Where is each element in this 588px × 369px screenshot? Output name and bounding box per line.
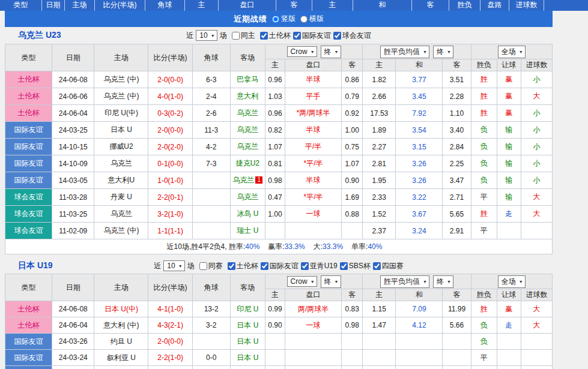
competition-checkbox[interactable]	[260, 32, 268, 40]
match-row: 国际友谊24-03-24叙利亚 U2-2(1-0)0-0日本 U平	[5, 350, 553, 366]
win-odds-away-cell: 2.91	[443, 223, 471, 239]
date-cell: 11-03-25	[52, 206, 94, 223]
goals-cell: 小	[521, 139, 552, 155]
vertical-layout-option[interactable]: 竖版	[272, 14, 296, 24]
competition-checkbox[interactable]	[228, 262, 235, 270]
win-odds-home-cell: 1.89	[363, 122, 396, 139]
win-odds-home-cell	[363, 334, 396, 350]
chevron-down-icon: ▼	[519, 50, 523, 54]
same-checkbox[interactable]	[232, 32, 240, 40]
date-cell: 11-02-09	[52, 223, 94, 239]
vertical-radio[interactable]	[272, 16, 279, 23]
score-cell: 0-3(0-2)	[148, 105, 192, 122]
score-cell: 2-2(1-0)	[148, 350, 192, 366]
odds-away-cell	[342, 366, 363, 369]
handicap-result-cell: 输	[497, 122, 521, 139]
fullmatch-select[interactable]: 全场▼	[498, 46, 526, 58]
win-mean-select[interactable]: 胜平负均值▼	[380, 46, 429, 58]
win-odds-home-cell: 1.95	[363, 172, 396, 189]
date-cell: 14-10-09	[52, 155, 94, 172]
competition-checkbox[interactable]	[261, 262, 268, 270]
corner-cell: 7-3	[192, 155, 230, 172]
win-odds-away-cell: 1.10	[443, 105, 471, 122]
match-row: 国际友谊14-10-15挪威U22-0(2-0)4-2乌克兰1.07平/半0.7…	[5, 139, 553, 155]
team-title-link[interactable]: 日本 U19	[18, 260, 53, 271]
competition-checkbox[interactable]	[333, 32, 341, 40]
match-count-select[interactable]: 10▼	[196, 30, 217, 41]
result-cell: 负	[471, 172, 497, 189]
date-cell: 14-10-15	[52, 139, 94, 155]
bookmaker-select[interactable]: Crow▼	[287, 46, 317, 57]
competition-filter[interactable]: 四国赛	[373, 261, 404, 271]
win-final-select[interactable]: 终▼	[433, 46, 453, 58]
goals-cell: 小	[521, 71, 552, 88]
bookmaker-final-select[interactable]: 终▼	[321, 275, 341, 288]
home-team-cell: 叙利亚 U	[94, 350, 148, 366]
win-odds-away-cell: 2.28	[443, 88, 471, 105]
chevron-down-icon: ▼	[311, 280, 315, 284]
competition-filter[interactable]: 土伦杯	[228, 261, 258, 271]
competition-filter[interactable]: 亚青U19	[301, 261, 338, 271]
bookmaker-select[interactable]: Crow▼	[287, 276, 317, 287]
competition-checkbox[interactable]	[340, 262, 348, 270]
win-odds-home-cell: 2.27	[363, 139, 396, 155]
competition-checkbox[interactable]	[373, 262, 381, 270]
away-team-cell: 乌克兰	[230, 189, 265, 206]
competition-filter[interactable]: SBS杯	[340, 261, 371, 271]
odds-home-cell: 0.98	[265, 172, 285, 189]
same-filter[interactable]: 同赛	[199, 261, 223, 271]
near-label: 近	[154, 261, 161, 271]
fullmatch-select[interactable]: 全场▼	[498, 275, 526, 288]
home-team-cell: 日本 U(中)	[94, 301, 148, 317]
bookmaker-final-select[interactable]: 终▼	[321, 46, 341, 58]
competition-checkbox[interactable]	[301, 262, 309, 270]
score-cell: 4-1(1-0)	[148, 301, 192, 317]
result-cell: 负	[471, 334, 497, 350]
subcol-win-away: 客	[443, 289, 471, 301]
result-cell: 胜	[471, 206, 497, 223]
win-mean-select[interactable]: 胜平负均值▼	[380, 275, 429, 288]
competition-filter[interactable]: 国际友谊	[293, 31, 331, 41]
corner-cell: 0-0	[192, 350, 230, 366]
goals-cell: 大	[521, 301, 552, 317]
draw-odds-cell: 7.09	[396, 301, 443, 317]
away-team-cell: 日本 U	[230, 334, 265, 350]
win-odds-away-cell: 5.66	[443, 317, 471, 334]
same-filter[interactable]: 同主	[232, 31, 255, 41]
score-cell: 2-0(2-0)	[148, 139, 192, 155]
match-count-select[interactable]: 10▼	[163, 260, 184, 271]
team-title-link[interactable]: 乌克兰 U23	[18, 30, 61, 41]
horizontal-radio[interactable]	[300, 16, 308, 23]
odds-home-cell: 0.96	[265, 105, 285, 122]
handicap-cell	[285, 334, 341, 350]
match-row: 国际友谊14-03-05意大利U1-0(1-0)乌克兰10.98半球0.901.…	[5, 172, 553, 189]
column-label: 角球	[145, 0, 185, 11]
summary-value: 33.3%	[323, 242, 343, 251]
competition-checkbox[interactable]	[293, 32, 301, 40]
same-checkbox[interactable]	[199, 262, 207, 270]
competition-filter[interactable]: 球会友谊	[333, 31, 371, 41]
subcol-win-home: 主	[363, 289, 396, 301]
column-label: 客	[276, 0, 312, 11]
home-team-cell	[94, 366, 148, 369]
match-type-cell: 国际友谊	[5, 350, 52, 366]
horizontal-layout-option[interactable]: 横版	[300, 14, 324, 24]
horizontal-label: 横版	[309, 14, 324, 24]
competition-filter[interactable]: 土伦杯	[260, 31, 291, 41]
section-ukraine-u23: 乌克兰 U23 近 10▼ 场 同主 土伦杯国际友谊球会友谊 类型 日期 主场 …	[5, 27, 553, 254]
result-cell: 平	[471, 189, 497, 206]
handicap-cell: 一球	[285, 317, 341, 334]
score-cell: 2-2(0-1)	[148, 189, 192, 206]
home-team-cell: 乌克兰	[94, 206, 148, 223]
column-label: 胜负	[449, 0, 480, 11]
handicap-cell: 平手	[285, 88, 341, 105]
win-final-select[interactable]: 终▼	[433, 275, 453, 288]
score-cell: 3-2(1-0)	[148, 206, 192, 223]
recent-matches-table: 类型 日期 主场 比分(半场) 角球 客场 Crow▼ 终▼ 胜平负均值▼ 终▼	[5, 44, 553, 254]
goals-cell: 大	[521, 317, 552, 334]
corner-cell: 6-3	[192, 71, 230, 88]
competition-filter[interactable]: 国际友谊	[261, 261, 299, 271]
fullmatch-group-header: 全场▼	[471, 44, 552, 59]
handicap-cell	[285, 350, 341, 366]
win-odds-home-cell: 2.81	[363, 155, 396, 172]
